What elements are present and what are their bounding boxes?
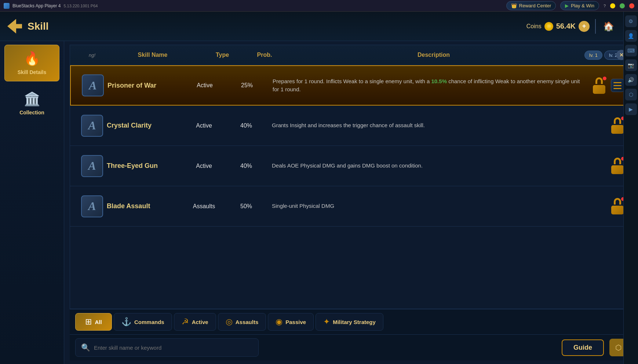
right-panel-btn-4[interactable]: 📷 (625, 59, 637, 71)
menu-line-2 (613, 85, 621, 86)
lock-icon-2[interactable] (610, 158, 625, 174)
header-note: ng! (89, 52, 95, 58)
skill-row-blade-assault[interactable]: A Blade Assault Assaults 50% Single-unit… (70, 186, 632, 227)
close-button[interactable] (629, 3, 634, 8)
skill-row-crystal-clarity[interactable]: A Crystal Clarity Active 40% Grants Insi… (70, 106, 632, 146)
tab-military-strategy[interactable]: ✦ Military Strategy (316, 313, 383, 331)
reward-center-button[interactable]: 👑 Reward Center (506, 1, 556, 10)
tab-assaults[interactable]: ◎ Assaults (218, 313, 266, 331)
col-header-skill-name: Skill Name (107, 52, 198, 58)
lock-dot-0 (603, 77, 606, 80)
skill-letter-0: A (82, 74, 104, 96)
right-panel-btn-2[interactable]: 👤 (625, 30, 637, 42)
tab-assaults-icon: ◎ (226, 317, 233, 327)
skill-desc-0: Prepares for 1 round. Inflicts Weak to a… (265, 77, 592, 94)
skill-type-0: Active (181, 82, 229, 89)
right-panel-btn-3[interactable]: ⌨ (625, 45, 637, 56)
bottom-tabs: ⊞ All ⚓ Commands ☭ Active ◎ Assaults ◉ P… (70, 309, 632, 334)
tab-commands-label: Commands (134, 319, 164, 325)
tab-active-label: Active (192, 319, 208, 325)
coin-icon: 🪙 (544, 22, 553, 31)
lock-body-3 (611, 206, 624, 214)
skill-row-prisoner-of-war[interactable]: A Prisoner of War Active 25% Prepares fo… (70, 65, 632, 106)
tab-all-label: All (95, 319, 102, 325)
app-header: Skill Coins 🪙 56.4K + 🏠 (0, 12, 638, 41)
app-version: 5.13.220.1001 P64 (63, 4, 98, 8)
question-icon[interactable]: ? (604, 4, 606, 8)
right-sidebar: ⚙ 👤 ⌨ 📷 🔊 ⬡ ▶ (623, 12, 638, 364)
skill-row-three-eyed-gun[interactable]: A Three-Eyed Gun Active 40% Deals AOE Ph… (70, 146, 632, 186)
skill-desc-1: Grants Insight and increases the trigger… (265, 121, 610, 130)
skill-icon-0: A (78, 74, 107, 96)
lock-shackle-0 (595, 77, 603, 84)
skill-actions-0 (592, 77, 624, 94)
skill-letter-1: A (81, 115, 103, 137)
right-panel-btn-7[interactable]: ▶ (625, 103, 637, 115)
lock-body-2 (611, 165, 624, 174)
tab-military-label: Military Strategy (333, 319, 376, 325)
home-button[interactable]: 🏠 (601, 19, 616, 34)
skill-actions-3 (610, 198, 625, 214)
header-right: Coins 🪙 56.4K + 🏠 (526, 19, 616, 34)
menu-button-0[interactable] (611, 79, 624, 92)
back-arrow-icon (7, 19, 22, 34)
skill-prob-2: 40% (228, 163, 265, 169)
titlebar: BlueStacks App Player 4 5.13.220.1001 P6… (0, 0, 638, 12)
skill-prob-1: 40% (228, 122, 265, 129)
maximize-button[interactable] (620, 3, 625, 8)
lock-shackle-2 (614, 158, 621, 164)
lock-body-1 (611, 125, 624, 134)
tab-active[interactable]: ☭ Active (174, 313, 216, 331)
lock-icon-1[interactable] (610, 117, 625, 134)
sidebar: 🔥 Skill Details 🏛️ Collection (0, 41, 64, 364)
lock-icon-3[interactable] (610, 198, 625, 214)
back-button[interactable] (7, 19, 22, 34)
main-container: 🔥 Skill Details 🏛️ Collection ng! Skill … (0, 41, 638, 364)
skill-prob-3: 50% (228, 203, 265, 210)
tab-passive[interactable]: ◉ Passive (268, 313, 314, 331)
skill-actions-2 (610, 158, 625, 174)
add-coins-button[interactable]: + (579, 21, 590, 32)
right-panel-btn-1[interactable]: ⚙ (625, 15, 637, 27)
skill-icon-1: A (77, 115, 107, 137)
skill-prob-0: 25% (229, 82, 265, 89)
lv1-filter-button[interactable]: lv. 1 (584, 51, 602, 60)
header-divider (595, 19, 596, 34)
search-box[interactable]: 🔍 (75, 338, 259, 357)
skill-actions-1 (610, 117, 625, 134)
tab-commands[interactable]: ⚓ Commands (114, 313, 172, 331)
search-icon: 🔍 (81, 343, 90, 352)
table-header-cols: ng! Skill Name Type Prob. Description lv… (77, 51, 625, 60)
sidebar-item-skill-details[interactable]: 🔥 Skill Details (4, 45, 59, 81)
coin-amount: 56.4K (556, 22, 576, 30)
minimize-button[interactable] (610, 3, 615, 8)
skill-desc-3: Single-unit Physical DMG (265, 202, 610, 210)
skill-icon-2: A (77, 155, 107, 177)
lock-body-0 (593, 85, 605, 94)
play-win-button[interactable]: ▶ Play & Win (560, 1, 599, 10)
app-icon (4, 3, 10, 9)
lock-icon-0[interactable] (592, 77, 606, 94)
tab-commands-icon: ⚓ (121, 317, 131, 327)
titlebar-left: BlueStacks App Player 4 5.13.220.1001 P6… (4, 3, 98, 9)
table-header: ng! Skill Name Type Prob. Description lv… (70, 45, 632, 65)
col-header-desc: Description (283, 52, 584, 58)
guide-button[interactable]: Guide (562, 339, 604, 356)
sidebar-item-label-skill: Skill Details (18, 69, 47, 75)
skill-name-2: Three-Eyed Gun (107, 162, 180, 170)
content-area: ng! Skill Name Type Prob. Description lv… (64, 41, 638, 364)
sidebar-item-collection[interactable]: 🏛️ Collection (4, 85, 59, 122)
right-panel-btn-5[interactable]: 🔊 (625, 74, 637, 86)
search-area: 🔍 Guide ⬡ (70, 334, 632, 360)
skill-name-1: Crystal Clarity (107, 122, 180, 129)
search-input[interactable] (94, 345, 253, 351)
skills-list: A Prisoner of War Active 25% Prepares fo… (70, 65, 632, 309)
tab-passive-icon: ◉ (276, 317, 282, 327)
skill-type-1: Active (180, 122, 228, 129)
highlight-percent: 10.5% (431, 78, 447, 84)
sidebar-item-label-collection: Collection (19, 110, 44, 115)
tab-all[interactable]: ⊞ All (75, 313, 112, 331)
coins-label: Coins (526, 23, 542, 30)
skill-letter-2: A (81, 155, 103, 177)
right-panel-btn-6[interactable]: ⬡ (625, 89, 637, 100)
